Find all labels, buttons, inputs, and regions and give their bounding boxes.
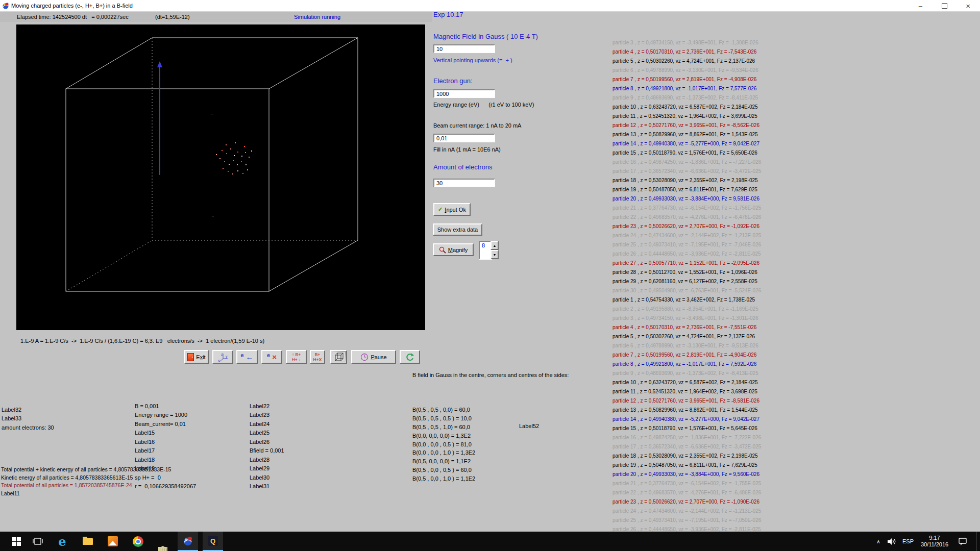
particle-dot <box>226 153 227 154</box>
taskbar-q-app[interactable]: Q <box>203 532 223 551</box>
axes-view-button[interactable]: z y x <box>212 350 233 364</box>
bfield-value-line: B(0,0 , 0,0 , 1,0 ) = 1,3E2 <box>412 448 475 457</box>
amount-electrons-input[interactable]: 30 <box>433 179 495 187</box>
electron-delete-button[interactable]: e × <box>261 350 282 364</box>
particle-log-row: particle 16 , z = 0,49874250, vz = -1,83… <box>612 433 796 442</box>
pause-button[interactable]: Pause <box>351 350 396 364</box>
maximize-button[interactable] <box>933 0 957 11</box>
particle-log-row: particle 28 , z = 0,50112700, vz = 1,552… <box>612 268 796 277</box>
task-view-button[interactable] <box>29 532 47 551</box>
electron-gun-input[interactable]: 1000 <box>433 89 495 98</box>
taskbar-simulation-app[interactable] <box>178 532 198 551</box>
particle-log-row: particle 20 , z = 0,49933030, vz = -3,88… <box>612 470 796 479</box>
particle-dot <box>242 173 243 174</box>
folder-icon <box>83 538 93 545</box>
restart-button[interactable] <box>400 350 420 364</box>
action-center-icon <box>959 538 967 545</box>
bfield-value-line: B(0,5, 0,0, 0,0) = 1,1E2 <box>412 457 475 466</box>
task-view-icon <box>33 537 43 545</box>
particle-log-row: particle 13 , z = 0,50829960, vz = 8,862… <box>612 406 796 415</box>
photos-icon <box>108 536 118 546</box>
label-text: Label28 <box>250 456 284 465</box>
taskbar-chrome[interactable] <box>128 532 148 551</box>
minimize-button[interactable]: – <box>909 0 933 11</box>
particle-dot <box>229 164 230 165</box>
particle-log-row: particle 20 , z = 0,49933030, vz = -3,88… <box>612 194 796 204</box>
particle-dot <box>237 170 238 171</box>
particle-log-row: particle 8 , z = 0,49921800, vz = -1,017… <box>612 84 796 93</box>
particle-dot <box>249 157 250 158</box>
particle-log-row: particle 22 , z = 0,49683570, vz = -4,27… <box>612 213 796 222</box>
close-button[interactable]: × <box>956 0 980 11</box>
pause-label: Pause <box>371 354 386 360</box>
particle-log-row: particle 19 , z = 0,50487050, vz = 6,811… <box>612 185 796 194</box>
particle-log-row: particle 21 , z = 0,37764730, vz = -6,15… <box>612 204 796 213</box>
particle-dot <box>241 161 242 162</box>
action-center-button[interactable] <box>953 532 972 551</box>
simulation-3d-view <box>16 24 425 330</box>
exit-label: Exit <box>196 354 205 360</box>
magnetic-field-note: Vertical pointing upwards (= + ) <box>433 57 512 63</box>
cross-icon: × <box>272 353 277 361</box>
start-button[interactable] <box>5 532 28 551</box>
label-text: Label23 <box>250 411 284 420</box>
particle-dot <box>237 164 238 165</box>
edge-icon: e <box>58 534 66 549</box>
particle-log-row: particle 18 , z = 0,53028090, vz = 2,355… <box>612 452 796 461</box>
magnetic-field-input[interactable]: 10 <box>433 44 495 53</box>
show-extra-data-button[interactable]: Show extra data <box>433 223 482 236</box>
bfield-values: B(0,5 , 0,5 , 0,0) = 60,0B(0,5 , 0,5 , 0… <box>412 380 475 483</box>
clock[interactable]: 9:17 30/11/2016 <box>917 532 952 551</box>
particle-log-row: particle 8 , z = 0,49921800, vz = -1,017… <box>612 360 796 369</box>
bfield-heading: B field in Gauss in the centre, corners … <box>412 372 569 378</box>
spin-up-icon: ▲ <box>493 244 497 247</box>
taskbar-file-explorer[interactable] <box>78 532 98 551</box>
show-desktop-button[interactable] <box>976 532 980 551</box>
particle-dot <box>234 155 235 156</box>
taskbar-edge[interactable]: e <box>52 532 72 551</box>
input-ok-button[interactable]: ✓ Input Ok <box>433 203 471 216</box>
particle-log-row: particle 2 , z = 0,49195880, vz = -8,354… <box>612 305 796 314</box>
taskbar-photos-app[interactable] <box>103 532 123 551</box>
volume-button[interactable] <box>884 532 899 551</box>
ion-delete-button[interactable]: B+ H+X <box>310 350 325 364</box>
energy-range-note: Energy range (eV) (r1 eV to 100 keV) <box>433 102 534 108</box>
particle-log-row: particle 21 , z = 0,37764730, vz = -6,15… <box>612 479 796 488</box>
close-icon: × <box>966 2 970 10</box>
magnify-spin-up[interactable]: ▲ <box>491 241 499 250</box>
electron-trace-button[interactable]: e ← <box>236 350 258 364</box>
cube-view-button[interactable] <box>330 350 347 364</box>
particle-log-row: particle 30 , z = 0,49504980, vz = -6,76… <box>612 286 796 295</box>
exit-button[interactable]: Exit <box>184 350 209 364</box>
taskbar-bank-app[interactable] <box>153 532 173 551</box>
particle-log-row: particle 3 , z = 0,49734150, vz = -3,498… <box>612 314 796 323</box>
axes-icon: z y x <box>217 352 229 363</box>
particle-log-row: particle 18 , z = 0,53028090, vz = 2,355… <box>612 176 796 185</box>
particle-dot <box>222 150 223 151</box>
bfield-value-line: B(0,5 , 0,0 , 0,5 ) = 60,0 <box>412 466 475 474</box>
ion-updown-button[interactable]: ↑ B+ H+ ↓ <box>286 350 307 364</box>
particle-log-row: particle 23 , z = 0,50026620, vz = 2,707… <box>612 497 796 507</box>
language-indicator[interactable]: ESP <box>899 532 917 551</box>
particle-log-row: particle 23 , z = 0,50026620, vz = 2,707… <box>612 222 796 231</box>
app-icon <box>2 2 9 9</box>
magnify-button[interactable]: Magnify <box>433 243 474 256</box>
magnify-spin-down[interactable]: ▼ <box>491 250 499 259</box>
beam-current-input[interactable]: 0,01 <box>433 134 495 142</box>
particle-dot <box>247 169 248 170</box>
label-text: Label15 <box>135 429 196 438</box>
label-text: Label31 <box>250 482 284 491</box>
label-text: Label26 <box>250 438 284 447</box>
particle-dot <box>241 156 242 157</box>
particle-log-row: particle 13 , z = 0,50829960, vz = 8,862… <box>612 130 796 139</box>
particle-log-row: particle 14 , z = 0,49940380, vz = -5,27… <box>612 139 796 148</box>
particle-log-row: particle 25 , z = 0,49373410, vz = -7,19… <box>612 240 796 249</box>
ion-b-label: B+ <box>315 352 321 357</box>
particle-dot <box>235 142 236 143</box>
particle-log-row: particle 10 , z = 0,63243720, vz = 6,587… <box>612 378 796 387</box>
particle-log: particle 3 , z = 0,49734150, vz = -3,498… <box>612 38 796 532</box>
particle-log-row: particle 25 , z = 0,49373410, vz = -7,19… <box>612 516 796 525</box>
label-text: Energy range = 1000 <box>135 411 196 420</box>
particle-log-row: particle 17 , z = 0,36572340, vz = -6,63… <box>612 442 796 452</box>
beam-current-label: Beam current range: 1 nA to 20 mA <box>433 122 521 129</box>
